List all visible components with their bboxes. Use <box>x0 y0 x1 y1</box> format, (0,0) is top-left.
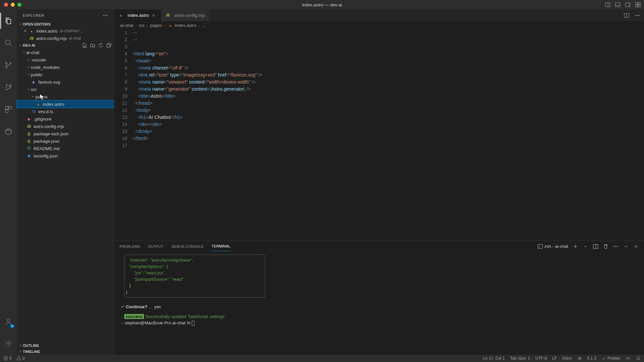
window-minimize-button[interactable] <box>11 3 15 7</box>
refresh-icon[interactable] <box>98 43 103 48</box>
more-icon[interactable] <box>103 13 108 18</box>
tree-file[interactable]: ◈ .gitignore <box>17 115 114 123</box>
tree-file[interactable]: ⓘ README.md <box>17 145 114 152</box>
layout-customize-icon[interactable] <box>635 2 641 7</box>
more-icon[interactable] <box>613 244 618 249</box>
open-editor-name: index.astro <box>36 29 58 34</box>
open-editors-section[interactable]: OPEN EDITORS <box>17 21 114 27</box>
panel-tab-terminal[interactable]: TERMINAL <box>212 241 230 251</box>
workspace-section[interactable]: DEV-AI <box>17 42 114 49</box>
svg-point-16 <box>10 85 11 86</box>
breadcrumbs[interactable]: ai-chat › src › pages › ▲ index.astro › … <box>114 21 644 29</box>
tree-folder[interactable]: src <box>17 86 114 93</box>
breadcrumb-item[interactable]: index.astro <box>175 23 196 28</box>
close-icon[interactable] <box>633 244 639 249</box>
chevron-right-icon <box>26 65 31 70</box>
close-icon[interactable] <box>151 13 156 18</box>
tree-file[interactable]: JS astro.config.mjs <box>17 123 114 130</box>
chevron-right-icon: › <box>198 23 199 28</box>
tree-folder[interactable]: public <box>17 71 114 78</box>
svg-point-52 <box>628 358 629 359</box>
activity-edge[interactable] <box>0 124 16 140</box>
breadcrumb-item[interactable]: ai-chat <box>120 23 133 28</box>
tree-label: tsconfig.json <box>34 153 58 159</box>
tree-file[interactable]: ◆ favicon.svg <box>17 78 114 86</box>
timeline-section[interactable]: TIMELINE <box>17 349 114 355</box>
new-folder-icon[interactable] <box>90 43 95 48</box>
terminal-line: "compilerOptions": { <box>129 264 168 269</box>
collapse-all-icon[interactable] <box>106 43 111 48</box>
new-file-icon[interactable] <box>82 43 87 48</box>
status-copilot[interactable] <box>577 356 582 361</box>
trash-icon[interactable] <box>603 244 608 249</box>
svg-point-51 <box>579 357 581 359</box>
tree-folder[interactable]: pages <box>17 93 114 100</box>
svg-line-11 <box>9 44 11 46</box>
status-language[interactable]: Astro <box>562 356 572 361</box>
svg-rect-2 <box>615 3 620 7</box>
chevron-down-icon <box>18 22 23 27</box>
panel-tab-output[interactable]: OUTPUT <box>148 242 163 251</box>
more-icon[interactable] <box>635 13 640 18</box>
activity-settings[interactable] <box>0 335 16 351</box>
activity-run-debug[interactable] <box>0 79 16 95</box>
status-tab-size[interactable]: Tab Size: 2 <box>510 356 530 361</box>
breadcrumb-item[interactable]: src <box>139 23 144 28</box>
status-feedback[interactable] <box>626 356 631 361</box>
chevron-up-icon[interactable] <box>623 244 629 249</box>
code-content[interactable]: ------ <html lang="en"> <head> <meta cha… <box>133 29 644 240</box>
tree-folder[interactable]: ai-chat <box>17 49 114 56</box>
svg-rect-28 <box>107 44 110 47</box>
svg-rect-19 <box>5 110 8 112</box>
terminal-content[interactable]: "extends": "astro/tsconfigs/base", "comp… <box>114 252 644 355</box>
tree-folder[interactable]: node_modules <box>17 63 114 71</box>
open-editor-item[interactable]: ▲ index.astro ai-chat/src/... <box>17 27 114 35</box>
activity-extensions[interactable] <box>0 101 16 118</box>
status-errors[interactable]: 0 <box>3 356 12 361</box>
split-terminal-icon[interactable] <box>593 244 598 249</box>
outline-section[interactable]: OUTLINE <box>17 343 114 349</box>
tab-astro-config[interactable]: JS astro.config.mjs <box>161 9 209 21</box>
tree-file[interactable]: {} package.json <box>17 137 114 145</box>
close-icon[interactable] <box>23 29 28 33</box>
status-notifications[interactable] <box>636 356 641 361</box>
status-cursor-position[interactable]: Ln 17, Col 1 <box>483 356 505 361</box>
status-warnings[interactable]: 0 <box>16 356 25 361</box>
svg-rect-18 <box>9 106 11 109</box>
panel-tab-debug-console[interactable]: DEBUG CONSOLE <box>171 242 203 251</box>
layout-bottom-icon[interactable] <box>615 2 620 7</box>
chevron-down-icon <box>21 50 26 55</box>
tree-file[interactable]: TS env.d.ts <box>17 108 114 115</box>
terminal-line: "jsx": "react-jsx", <box>134 270 166 275</box>
status-eol[interactable]: LF <box>552 356 557 361</box>
window-close-button[interactable] <box>4 3 8 7</box>
status-encoding[interactable]: UTF-8 <box>536 356 547 361</box>
terminal-selector[interactable]: zsh - ai-chat <box>538 244 568 249</box>
status-version[interactable]: 5.1.3 <box>587 356 596 361</box>
chevron-right-icon: › <box>164 23 165 28</box>
breadcrumb-item[interactable]: ... <box>202 23 205 28</box>
chevron-down-icon[interactable] <box>583 244 588 249</box>
open-editor-item[interactable]: JS astro.config.mjs ai-chat <box>17 35 114 42</box>
activity-search[interactable] <box>0 35 16 51</box>
code-editor[interactable]: 1234567891011121314151617 ------ <html l… <box>114 29 644 240</box>
tree-file[interactable]: ⬢ tsconfig.json <box>17 152 114 160</box>
svg-rect-0 <box>605 3 610 7</box>
panel-tab-problems[interactable]: PROBLEMS <box>120 242 140 251</box>
chevron-right-icon <box>18 343 23 348</box>
activity-explorer[interactable] <box>0 13 16 29</box>
window-maximize-button[interactable] <box>17 3 21 7</box>
layout-right-icon[interactable] <box>625 2 631 7</box>
plus-icon[interactable] <box>573 244 578 249</box>
tree-file-selected[interactable]: ▲ index.astro <box>17 100 114 108</box>
layout-panel-icon[interactable] <box>605 2 610 7</box>
breadcrumb-item[interactable]: pages <box>150 23 162 28</box>
status-prettier[interactable]: Prettier <box>601 356 620 361</box>
activity-source-control[interactable] <box>0 57 16 73</box>
tab-index-astro[interactable]: ▲ index.astro <box>114 9 161 21</box>
tree-folder[interactable]: .vscode <box>17 56 114 63</box>
tree-file[interactable]: {} package-lock.json <box>17 130 114 137</box>
activity-accounts[interactable]: 1 <box>0 314 16 330</box>
svg-rect-9 <box>638 5 640 7</box>
split-editor-icon[interactable] <box>624 13 629 18</box>
